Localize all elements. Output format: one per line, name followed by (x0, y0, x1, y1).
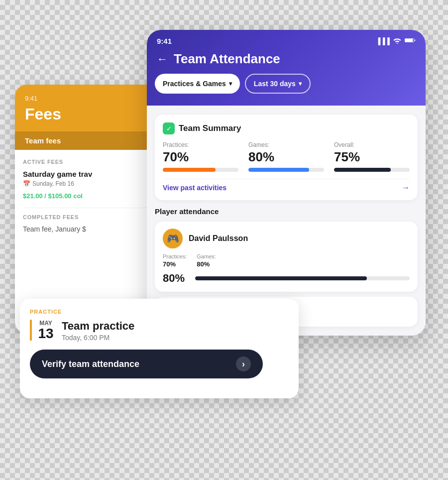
view-past-row[interactable]: View past activities → (163, 179, 410, 192)
active-fees-label: ACTIVE FEES (23, 159, 151, 165)
overall-progress-fill (334, 168, 391, 172)
wifi-icon (393, 37, 402, 45)
fees-time: 9:41 (25, 95, 149, 102)
overall-stat: Overall: 75% (334, 141, 410, 172)
completed-fee-item: Team fee, January $ (23, 225, 151, 233)
summary-title: Team Summary (179, 123, 241, 133)
games-label: Games: (248, 141, 324, 148)
overall-label: Overall: (334, 141, 410, 148)
practice-title: Team practice (62, 320, 134, 333)
view-past-arrow-icon: → (402, 183, 410, 192)
filter-row: Practices & Games ▾ Last 30 days ▾ (147, 67, 426, 94)
games-progress-fill (248, 168, 309, 172)
practices-value: 70% (163, 149, 238, 165)
player-section-title: Player attendance (155, 207, 418, 216)
practice-subtitle: Today, 6:00 PM (62, 334, 134, 342)
player-stats-row: Practices: 70% Games: 80% (163, 253, 410, 268)
summary-title-row: ✓ Team Summary (163, 122, 410, 134)
practice-date: MAY 13 (30, 320, 55, 341)
status-bar: 9:41 ▐▐▐ (147, 30, 426, 49)
practices-progress-fill (163, 168, 216, 172)
back-button[interactable]: ← (157, 53, 168, 66)
player-practices-label: Practices: (163, 253, 187, 259)
stats-row: Practices: 70% Games: 80% Overall: 75% (163, 141, 410, 172)
fees-title: Fees (25, 105, 149, 123)
filter1-chevron-icon: ▾ (229, 80, 232, 87)
status-icons: ▐▐▐ (376, 37, 416, 45)
overall-progress-bar (334, 168, 410, 172)
practice-details: Team practice Today, 6:00 PM (62, 320, 134, 342)
player-avatar: 🎮 (163, 229, 183, 248)
practice-info: MAY 13 Team practice Today, 6:00 PM (30, 320, 289, 342)
player-card-david: 🎮 David Paulsson Practices: 70% Games: 8… (155, 222, 418, 292)
player-row: 🎮 David Paulsson (163, 229, 410, 248)
games-value: 80% (248, 149, 324, 165)
calendar-icon: 📅 (23, 180, 30, 187)
player-overall-pct: 80% (163, 272, 190, 285)
player-bar (195, 276, 410, 280)
practice-label: PRACTICE (30, 309, 289, 315)
active-fee-title: Saturday game trav (23, 170, 151, 178)
games-progress-bar (248, 168, 324, 172)
back-arrow-icon: ← (157, 53, 168, 66)
battery-icon (405, 37, 416, 45)
player-practices-val: 70% (163, 260, 187, 268)
view-past-text: View past activities (163, 184, 226, 192)
practices-progress-bar (163, 168, 238, 172)
player-practices-col: Practices: 70% (163, 253, 187, 268)
games-stat: Games: 80% (248, 141, 324, 172)
practice-card: PRACTICE MAY 13 Team practice Today, 6:0… (20, 299, 299, 398)
verify-attendance-button[interactable]: Verify team attendance › (30, 350, 263, 378)
fees-tab[interactable]: Team fees (15, 131, 159, 150)
attendance-header: 9:41 ▐▐▐ (147, 30, 426, 106)
summary-check-icon: ✓ (163, 122, 175, 134)
practices-stat: Practices: 70% (163, 141, 238, 172)
player-bar-fill (195, 276, 367, 280)
filter1-label: Practices & Games (163, 80, 226, 88)
date-range-filter[interactable]: Last 30 days ▾ (245, 74, 311, 94)
verify-btn-arrow: › (236, 357, 251, 371)
filter2-chevron-icon: ▾ (299, 80, 302, 87)
player-name: David Paulsson (189, 234, 248, 243)
svg-rect-3 (415, 39, 416, 41)
practices-label: Practices: (163, 141, 238, 148)
fees-card: 9:41 Fees Team fees ACTIVE FEES Saturday… (15, 85, 159, 334)
page-title: Team Attendance (174, 51, 280, 67)
practice-day: 13 (37, 327, 55, 341)
player-games-val: 80% (197, 260, 216, 268)
signal-icon: ▐▐▐ (376, 37, 390, 45)
fees-body: ACTIVE FEES Saturday game trav 📅 Sunday,… (15, 150, 159, 242)
header-nav: ← Team Attendance (147, 49, 426, 67)
filter2-label: Last 30 days (254, 80, 296, 88)
overall-value: 75% (334, 149, 410, 165)
player-games-col: Games: 80% (197, 253, 216, 268)
player-overall-row: 80% (163, 272, 410, 285)
attendance-card: 9:41 ▐▐▐ (147, 30, 426, 336)
active-fee-date: 📅 Sunday, Feb 16 (23, 180, 151, 187)
summary-card: ✓ Team Summary Practices: 70% Games: 80% (155, 115, 418, 200)
fee-amount: $21.00 / $105.00 col (23, 192, 151, 200)
fees-header: 9:41 Fees Team fees (15, 85, 159, 150)
practices-games-filter[interactable]: Practices & Games ▾ (155, 74, 240, 94)
completed-fees-label: COMPLETED FEES (23, 214, 151, 220)
status-time: 9:41 (157, 37, 172, 45)
svg-rect-2 (405, 39, 413, 42)
player-games-label: Games: (197, 253, 216, 259)
verify-btn-label: Verify team attendance (42, 359, 139, 369)
